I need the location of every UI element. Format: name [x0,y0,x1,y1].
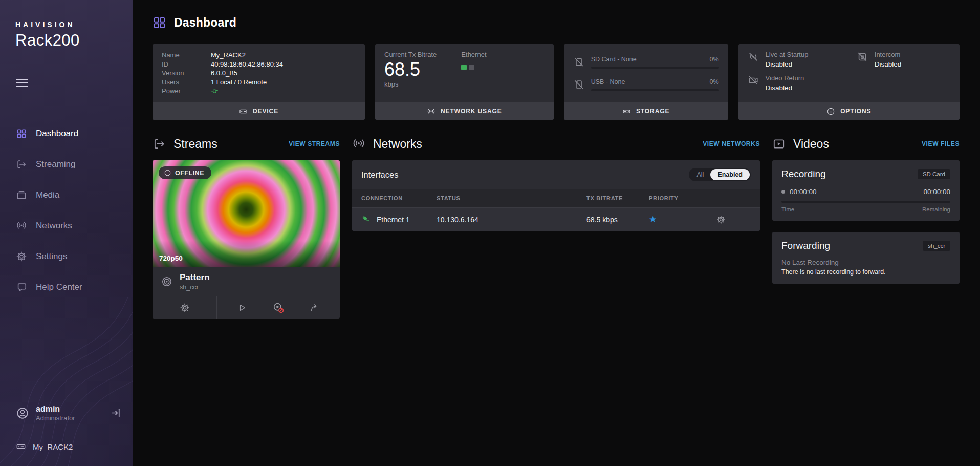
stream-resolution: 720p50 [159,255,183,262]
help-icon [16,282,27,293]
usb-label: USB - None [591,78,625,86]
tx-bitrate-label: Current Tx Bitrate [384,51,437,58]
sidebar-item-streaming[interactable]: Streaming [0,149,133,180]
ethernet-label: Ethernet [461,51,486,58]
forwarding-card: Forwarding sh_ccr No Last Recording Ther… [772,232,960,284]
forward-arrow-icon [310,303,320,313]
network-usage-footer-button[interactable]: NETWORK USAGE [375,102,554,120]
sidebar-item-networks[interactable]: Networks [0,210,133,241]
sidebar-item-label: Dashboard [36,129,78,139]
sd-card-disabled-icon [573,56,584,68]
storage-card: SD Card - None 0% USB - None 0% [564,44,728,120]
stream-settings-button[interactable] [153,296,217,319]
field-value: My_RACK2 [211,51,246,60]
app-root: HAIVISION Rack200 Dashboard Streaming Me… [0,0,980,466]
device-footer-button[interactable]: DEVICE [153,102,365,120]
stream-actions-bar [153,296,340,319]
device-icon [16,441,26,452]
antenna-icon [352,137,365,151]
play-icon [237,303,247,313]
sidebar-item-media[interactable]: Media [0,180,133,210]
interface-row-ethernet1: Ethernet 1 10.130.6.164 68.5 kbps ★ [352,207,760,231]
footer-label: DEVICE [253,108,278,115]
offline-icon [164,169,171,177]
recording-card: Recording SD Card 00:00:00 00:00:00 Time… [772,160,960,221]
tx-bitrate-block: Current Tx Bitrate 68.5 kbps [384,51,437,96]
ethernet-port-inactive-indicator [469,65,474,70]
view-streams-link[interactable]: VIEW STREAMS [289,140,340,147]
product-name: Rack200 [15,31,133,50]
video-return-option: Video Return Disabled [748,74,853,92]
interface-settings-gear-icon[interactable] [716,215,726,224]
field-label: Version [162,69,211,78]
stream-settings-gear-icon [180,303,190,313]
tx-bitrate-value: 68.5 [384,60,437,79]
field-label: Users [162,78,211,87]
filter-enabled-option[interactable]: Enabled [710,169,750,180]
field-label: Power [162,87,211,96]
brand: HAIVISION Rack200 [0,0,133,50]
ethernet-port-active-indicator [461,65,467,70]
menu-toggle-icon[interactable] [16,76,28,90]
logout-icon[interactable] [110,407,122,419]
sidebar-item-label: Streaming [36,159,75,170]
column-status: STATUS [437,195,586,201]
storage-footer-button[interactable]: STORAGE [564,102,728,120]
option-value: Disabled [875,60,902,68]
footer-label: OPTIONS [840,108,871,115]
gear-icon [16,251,27,262]
option-value: Disabled [766,60,809,68]
stream-forward-button[interactable] [310,303,320,313]
avatar-icon [16,407,29,420]
videos-title: Videos [793,137,829,151]
device-version-field: Version 6.0.0_B5 [162,69,356,78]
networks-section: Networks VIEW NETWORKS Interfaces All En… [352,135,760,231]
recording-remaining-label: Remaining [922,206,950,213]
filter-all-option[interactable]: All [690,169,710,180]
usb-progress-bar [591,89,719,91]
forwarding-title: Forwarding [781,240,830,251]
live-at-startup-option: Live at Startup Disabled [748,51,853,68]
recording-time-label: Time [781,206,794,213]
sidebar-item-settings[interactable]: Settings [0,241,133,272]
page-header: Dashboard [153,13,960,32]
sidebar-item-label: Networks [36,221,72,231]
stream-info-row: Pattern sh_ccr [153,267,340,296]
user-account-row[interactable]: admin Administrator [0,396,133,431]
sidebar-item-help-center[interactable]: Help Center [0,272,133,303]
streams-section: Streams VIEW STREAMS OFFLINE 720p50 [153,135,340,319]
dashboard-icon [16,128,27,139]
interfaces-panel: Interfaces All Enabled CONNECTION STATUS… [352,160,760,231]
stream-card: OFFLINE 720p50 Pattern sh_ccr [153,160,340,319]
column-connection: CONNECTION [361,195,437,201]
record-disabled-icon [273,302,284,313]
view-networks-link[interactable]: VIEW NETWORKS [703,140,760,147]
device-id-field: ID 40:98:18:60:42:86:80:34 [162,60,356,69]
stream-name: Pattern [180,272,210,283]
view-files-link[interactable]: VIEW FILES [922,140,960,147]
options-card: Live at Startup Disabled Intercom Disabl… [738,44,960,120]
forwarding-status: No Last Recording [781,259,950,266]
option-label: Live at Startup [766,51,809,58]
intercom-option: Intercom Disabled [857,51,950,68]
options-footer-button[interactable]: OPTIONS [738,102,960,120]
media-icon [16,189,27,201]
sidebar-nav: Dashboard Streaming Media Networks Setti… [0,118,133,303]
summary-cards: Name My_RACK2 ID 40:98:18:60:42:86:80:34… [153,44,960,120]
page-title: Dashboard [174,16,236,30]
stream-thumbnail[interactable]: OFFLINE 720p50 [153,160,340,267]
field-label: ID [162,60,211,69]
intercom-disabled-icon [857,51,868,62]
field-value: 6.0.0_B5 [211,69,237,78]
pattern-target-icon [161,276,173,288]
device-name-row: My_RACK2 [0,431,133,466]
video-return-disabled-icon [748,75,759,86]
recording-progress-bar [781,201,950,203]
dashboard-icon [153,16,166,30]
stream-record-button-disabled[interactable] [273,302,284,313]
stream-play-button[interactable] [237,303,247,313]
sidebar-item-dashboard[interactable]: Dashboard [0,118,133,149]
footer-label: STORAGE [636,108,669,115]
device-power-field: Power [162,87,356,96]
priority-star-icon[interactable]: ★ [649,215,710,224]
